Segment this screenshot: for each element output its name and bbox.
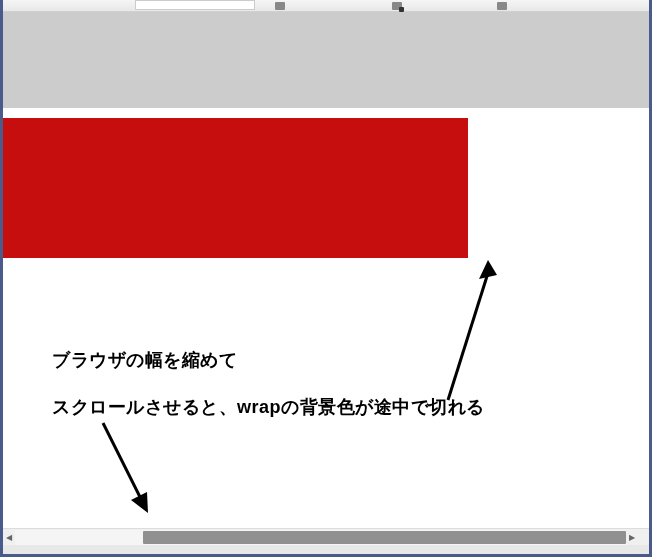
gray-header-band xyxy=(3,12,649,108)
viewport: ブラウザの幅を縮めて スクロールさせると、wrapの背景色が途中で切れる xyxy=(3,12,649,528)
browser-toolbar xyxy=(0,0,652,12)
scrollbar-track[interactable] xyxy=(15,530,626,545)
annotation-line-1: ブラウザの幅を縮めて xyxy=(52,348,237,372)
url-input[interactable] xyxy=(135,0,255,10)
red-wrap-block xyxy=(3,118,468,258)
svg-marker-1 xyxy=(479,260,497,279)
arrow-to-scrollbar-icon xyxy=(73,418,163,518)
toolbar-icon-2[interactable] xyxy=(392,2,402,10)
window-bottom-edge xyxy=(3,545,649,554)
scrollbar-corner xyxy=(638,528,649,545)
svg-line-2 xyxy=(103,423,143,503)
toolbar-icon-3[interactable] xyxy=(497,2,507,10)
scroll-left-arrow-icon[interactable]: ◀ xyxy=(3,530,15,545)
toolbar-icon-1[interactable] xyxy=(275,2,285,10)
svg-marker-3 xyxy=(131,492,148,513)
scrollbar-thumb[interactable] xyxy=(143,531,626,544)
scroll-right-arrow-icon[interactable]: ▶ xyxy=(626,530,638,545)
annotation-line-2: スクロールさせると、wrapの背景色が途中で切れる xyxy=(52,395,485,419)
horizontal-scrollbar[interactable]: ◀ ▶ xyxy=(3,528,638,545)
svg-line-0 xyxy=(448,273,488,400)
arrow-to-cutoff-icon xyxy=(433,255,503,405)
